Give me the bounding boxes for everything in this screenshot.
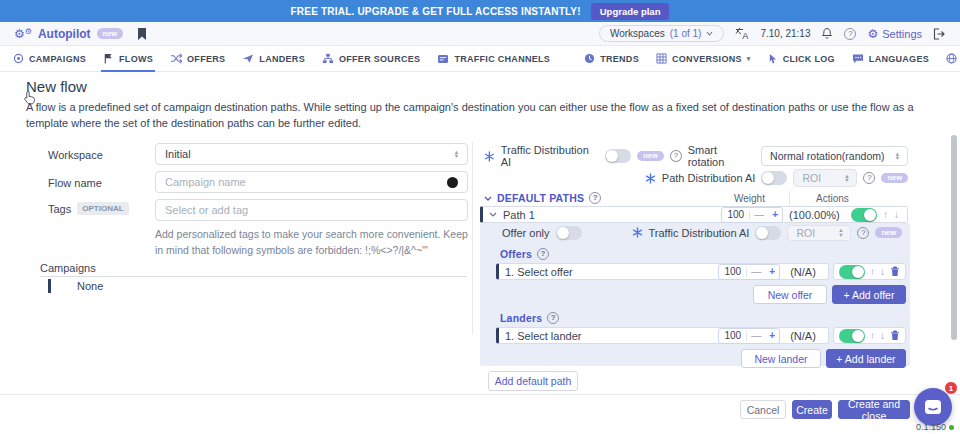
move-up-icon[interactable]: ↑ [870,266,875,277]
add-default-path-button[interactable]: Add default path [488,371,578,391]
default-paths-toggle[interactable]: DEFAULT PATHS ? [484,192,601,204]
column-header-divider [789,191,790,207]
nav-item-campaigns[interactable]: CAMPAIGNS [13,46,86,72]
move-down-icon[interactable]: ↓ [894,209,899,220]
weight-minus-button[interactable]: — [749,210,768,220]
translate-icon[interactable]: A [735,27,749,40]
page-description: A flow is a predefined set of campaign d… [26,100,934,132]
move-down-icon[interactable]: ↓ [880,330,885,341]
create-and-close-button[interactable]: Create and close [838,400,910,419]
path-ai-help-icon[interactable]: ? [863,172,875,184]
path-ai-toggle[interactable] [761,171,787,185]
offer-select-box[interactable]: 1. Select offer 100 — + (N/A) [496,263,829,280]
metric-value: ROI [796,227,815,239]
scrollbar[interactable] [951,135,957,340]
campaigns-divider [40,276,466,277]
new-lander-button[interactable]: New lander [741,349,821,368]
nav-item-click-log[interactable]: CLICK LOG [768,46,835,72]
new-offer-button[interactable]: New offer [753,285,827,304]
weight-plus-button[interactable]: + [765,331,779,341]
path-ai-row: Path Distribution AI ROI ▴▾ ? new [484,169,908,187]
path-weight-value[interactable]: 100 [722,209,749,220]
chevron-down-icon: ▾ [747,55,751,63]
gear-icon: ⚙ [867,28,878,40]
flow-name-label: Flow name [48,177,102,189]
path-metric-select[interactable]: ROI ▴▾ [787,225,851,241]
weight-plus-button[interactable]: + [768,210,782,220]
add-lander-button[interactable]: + Add lander [826,349,906,368]
column-divider [472,142,473,334]
offer-row: 1. Select offer 100 — + (N/A) ↑ ↓ [480,263,910,280]
nav-item-offers[interactable]: OFFERS [170,46,225,72]
help-icon[interactable]: ? [844,28,856,40]
traffic-ai-toggle[interactable] [605,149,631,163]
new-badge: new [637,151,664,162]
workspaces-label: Workspaces [610,28,665,39]
grid-icon [656,53,667,64]
app-window: FREE TRIAL. UPGRADE & GET FULL ACCESS IN… [0,0,960,434]
lander-enabled-toggle[interactable] [839,329,865,343]
flow-name-input[interactable] [165,176,447,188]
offer-enabled-toggle[interactable] [839,265,865,279]
offer-only-toggle[interactable] [556,226,582,240]
traffic-ai-help-icon[interactable]: ? [857,227,869,239]
nav-item-offer-sources[interactable]: OFFER SOURCES [322,46,420,72]
path-enabled-toggle[interactable] [851,208,877,222]
upgrade-plan-button[interactable]: Upgrade plan [591,3,670,20]
landers-help-icon[interactable]: ? [547,312,559,324]
trash-icon[interactable] [890,266,900,277]
lander-select-box[interactable]: 1. Select lander 100 — + (N/A) [496,327,829,344]
weight-minus-button[interactable]: — [746,331,765,341]
chat-bubble-icon [852,53,864,64]
new-badge: new [875,227,902,238]
offer-actions-box: ↑ ↓ [833,263,906,280]
nav-item-trends[interactable]: TRENDS [584,46,639,72]
chat-icon [924,399,942,415]
settings-button[interactable]: ⚙ Settings [867,28,922,40]
move-up-icon[interactable]: ↑ [870,330,875,341]
lander-buttons-row: New lander + Add lander [480,344,910,368]
bookmark-icon[interactable] [137,28,147,40]
nav-item-traffic-channels[interactable]: TRAFFIC CHANNELS [437,46,550,72]
nav-label: CLICK LOG [783,54,835,64]
bell-icon[interactable] [821,27,833,40]
header-right-cluster: Workspaces (1 of 1) A 7.10, 21:13 ? ⚙ Se… [599,25,946,42]
cancel-button[interactable]: Cancel [740,400,786,419]
trash-icon[interactable] [890,330,900,341]
campaign-bar [48,279,51,293]
move-down-icon[interactable]: ↓ [880,266,885,277]
offers-help-icon[interactable]: ? [537,248,549,260]
nav-item-landers[interactable]: LANDERS [242,46,305,72]
app-logo[interactable]: ⚙⚙ Autopilot new [14,27,123,41]
nav-item-countries[interactable]: COUNTRIES ▾ [946,46,960,72]
workspace-select[interactable]: Initial ▴▾ [155,143,468,165]
workspace-value: Initial [165,148,191,160]
smart-rotation-help-icon[interactable]: ? [670,150,682,162]
nav-item-conversions[interactable]: CONVERSIONS ▾ [656,46,751,72]
chevron-down-icon[interactable] [489,212,497,217]
path-ai-metric-select[interactable]: ROI ▴▾ [793,169,857,187]
weight-plus-button[interactable]: + [765,267,779,277]
tags-input[interactable] [165,204,458,216]
workspaces-dropdown[interactable]: Workspaces (1 of 1) [599,25,725,42]
nav-item-languages[interactable]: LANGUAGES [852,46,929,72]
create-button[interactable]: Create [792,400,832,419]
nav-item-flows[interactable]: FLOWS [103,46,153,72]
weight-minus-button[interactable]: — [746,267,765,277]
path-ai-label: Path Distribution AI [662,172,756,184]
move-up-icon[interactable]: ↑ [883,209,888,220]
traffic-ai-label: Traffic Distribution AI [501,144,600,168]
add-offer-button[interactable]: + Add offer [832,285,906,304]
color-dot[interactable] [447,177,458,188]
smart-rotation-select[interactable]: Normal rotation(random) ▴▾ [761,146,908,166]
sign-out-icon[interactable] [933,28,946,40]
lander-name: 1. Select lander [505,330,581,342]
offer-weight-value[interactable]: 100 [719,266,746,277]
gears-logo-icon: ⚙⚙ [14,28,32,40]
target-icon [13,53,24,64]
nav-label: TRAFFIC CHANNELS [454,54,550,64]
path-traffic-ai-toggle[interactable] [755,226,781,240]
optional-badge: OPTIONAL [77,202,128,215]
default-paths-help-icon[interactable]: ? [589,192,601,204]
lander-weight-value[interactable]: 100 [719,330,746,341]
